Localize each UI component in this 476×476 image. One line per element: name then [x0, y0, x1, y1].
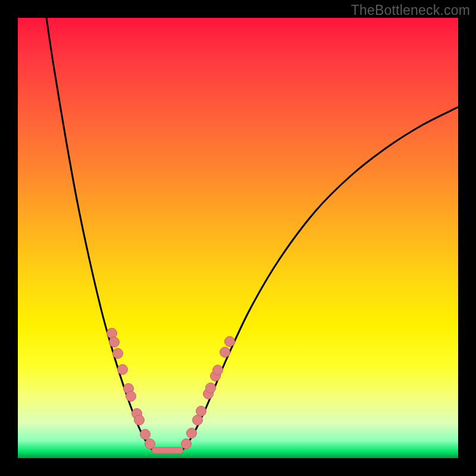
- data-dot-right-3: [196, 406, 206, 416]
- curve-svg: [18, 18, 458, 458]
- data-dot-left-0: [107, 328, 117, 339]
- data-dot-left-7: [134, 415, 145, 425]
- data-dot-right-5: [206, 383, 216, 393]
- chart-frame: TheBottleneck.com: [0, 0, 476, 476]
- data-dot-left-2: [113, 349, 123, 359]
- data-dot-right-8: [220, 347, 230, 358]
- watermark-text: TheBottleneck.com: [351, 2, 470, 18]
- data-dot-left-1: [109, 337, 120, 347]
- data-dot-right-2: [193, 415, 203, 425]
- data-dot-left-8: [140, 430, 151, 440]
- bottleneck-curve: [46, 18, 458, 452]
- data-dot-right-7: [213, 365, 223, 375]
- data-dot-right-0: [181, 439, 192, 449]
- data-dot-left-3: [118, 365, 128, 375]
- data-dot-left-5: [126, 392, 136, 402]
- data-dot-left-9: [145, 439, 155, 449]
- flat-minimum-segment: [152, 447, 183, 453]
- data-dot-right-9: [225, 337, 235, 347]
- data-dot-right-1: [187, 428, 197, 439]
- plot-area: [18, 18, 458, 458]
